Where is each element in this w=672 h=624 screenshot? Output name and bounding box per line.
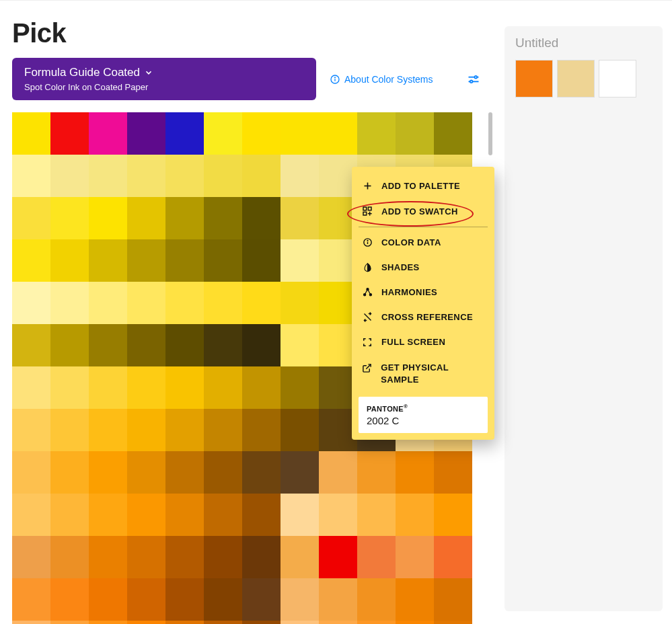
color-cell[interactable]: [127, 324, 165, 366]
color-cell[interactable]: [281, 239, 319, 282]
color-cell[interactable]: [165, 282, 204, 324]
color-cell[interactable]: [127, 451, 165, 494]
color-cell[interactable]: [89, 536, 127, 578]
color-cell[interactable]: [396, 451, 434, 494]
color-cell[interactable]: [204, 536, 242, 578]
color-cell[interactable]: [127, 494, 165, 536]
color-cell[interactable]: [12, 239, 50, 282]
color-cell[interactable]: [396, 578, 434, 621]
color-cell[interactable]: [50, 366, 89, 409]
color-cell[interactable]: [12, 621, 50, 624]
color-cell[interactable]: [50, 197, 89, 239]
color-cell[interactable]: [396, 112, 434, 155]
color-cell[interactable]: [89, 197, 127, 239]
full-screen-button[interactable]: FULL SCREEN: [359, 329, 488, 354]
color-cell[interactable]: [89, 239, 127, 282]
color-cell[interactable]: [319, 536, 357, 578]
color-cell[interactable]: [89, 451, 127, 494]
color-cell[interactable]: [281, 621, 319, 624]
color-cell[interactable]: [127, 536, 165, 578]
color-cell[interactable]: [12, 451, 50, 494]
palette-title[interactable]: Untitled: [515, 36, 652, 50]
color-cell[interactable]: [242, 621, 281, 624]
color-cell[interactable]: [204, 451, 242, 494]
color-cell[interactable]: [204, 112, 242, 155]
about-color-systems-link[interactable]: About Color Systems: [330, 74, 433, 85]
color-cell[interactable]: [127, 239, 165, 282]
color-cell[interactable]: [396, 536, 434, 578]
color-cell[interactable]: [50, 409, 89, 451]
color-cell[interactable]: [12, 578, 50, 621]
color-cell[interactable]: [89, 409, 127, 451]
color-cell[interactable]: [204, 578, 242, 621]
color-cell[interactable]: [127, 621, 165, 624]
color-cell[interactable]: [242, 366, 281, 409]
shades-button[interactable]: SHADES: [359, 255, 488, 280]
color-cell[interactable]: [12, 494, 50, 536]
color-cell[interactable]: [357, 536, 396, 578]
color-cell[interactable]: [165, 409, 204, 451]
color-cell[interactable]: [50, 621, 89, 624]
color-cell[interactable]: [165, 239, 204, 282]
color-cell[interactable]: [319, 578, 357, 621]
color-cell[interactable]: [50, 324, 89, 366]
color-cell[interactable]: [242, 578, 281, 621]
color-cell[interactable]: [319, 494, 357, 536]
color-cell[interactable]: [281, 366, 319, 409]
color-cell[interactable]: [204, 155, 242, 197]
color-cell[interactable]: [434, 621, 472, 624]
color-cell[interactable]: [12, 282, 50, 324]
color-cell[interactable]: [434, 451, 472, 494]
color-cell[interactable]: [281, 197, 319, 239]
color-cell[interactable]: [50, 112, 89, 155]
color-cell[interactable]: [281, 324, 319, 366]
color-cell[interactable]: [127, 578, 165, 621]
color-cell[interactable]: [204, 621, 242, 624]
color-cell[interactable]: [12, 536, 50, 578]
palette-swatch[interactable]: [515, 60, 553, 98]
color-cell[interactable]: [242, 409, 281, 451]
color-cell[interactable]: [242, 494, 281, 536]
color-cell[interactable]: [165, 451, 204, 494]
get-physical-sample-button[interactable]: GET PHYSICAL SAMPLE: [359, 354, 488, 393]
filter-settings-button[interactable]: [467, 73, 480, 86]
color-cell[interactable]: [50, 536, 89, 578]
color-cell[interactable]: [281, 451, 319, 494]
color-cell[interactable]: [89, 155, 127, 197]
color-cell[interactable]: [281, 578, 319, 621]
color-cell[interactable]: [89, 578, 127, 621]
color-cell[interactable]: [127, 366, 165, 409]
add-to-swatch-button[interactable]: ADD TO SWATCH: [359, 198, 488, 224]
color-cell[interactable]: [281, 409, 319, 451]
color-cell[interactable]: [50, 451, 89, 494]
color-cell[interactable]: [127, 155, 165, 197]
color-cell[interactable]: [319, 621, 357, 624]
color-cell[interactable]: [242, 451, 281, 494]
color-cell[interactable]: [165, 366, 204, 409]
color-cell[interactable]: [165, 324, 204, 366]
color-cell[interactable]: [319, 451, 357, 494]
color-cell[interactable]: [281, 494, 319, 536]
color-cell[interactable]: [434, 536, 472, 578]
color-cell[interactable]: [204, 409, 242, 451]
color-cell[interactable]: [127, 282, 165, 324]
color-cell[interactable]: [357, 494, 396, 536]
color-cell[interactable]: [50, 494, 89, 536]
grid-scrollbar[interactable]: [488, 112, 492, 155]
color-cell[interactable]: [165, 112, 204, 155]
color-data-button[interactable]: COLOR DATA: [359, 230, 488, 255]
palette-swatch[interactable]: [599, 60, 636, 98]
color-cell[interactable]: [165, 578, 204, 621]
guide-dropdown[interactable]: Formula Guide Coated Spot Color Ink on C…: [12, 58, 316, 100]
color-cell[interactable]: [357, 578, 396, 621]
cross-reference-button[interactable]: CROSS REFERENCE: [359, 305, 488, 329]
color-cell[interactable]: [89, 366, 127, 409]
color-cell[interactable]: [50, 578, 89, 621]
color-cell[interactable]: [242, 282, 281, 324]
color-cell[interactable]: [434, 112, 472, 155]
color-cell[interactable]: [357, 112, 396, 155]
color-cell[interactable]: [12, 366, 50, 409]
color-cell[interactable]: [242, 155, 281, 197]
color-cell[interactable]: [165, 197, 204, 239]
color-cell[interactable]: [127, 409, 165, 451]
